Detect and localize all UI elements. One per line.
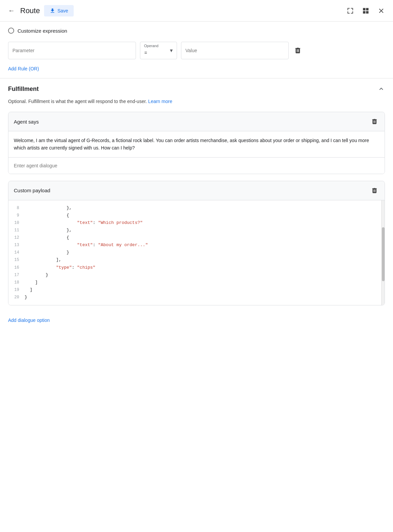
code-block: 8 },9 {10 "text": "Which products?"11 },… bbox=[8, 200, 385, 305]
line-number: 14 bbox=[8, 249, 25, 256]
code-line: 20} bbox=[8, 294, 385, 301]
add-dialogue-link[interactable]: Add dialogue option bbox=[8, 318, 50, 323]
delete-payload-button[interactable] bbox=[370, 186, 379, 195]
line-content: ] bbox=[25, 279, 38, 286]
agent-says-body: Welcome, I am the virtual agent of G-Rec… bbox=[8, 131, 385, 158]
fulfillment-section: Fulfillment Optional. Fulfillment is wha… bbox=[0, 78, 393, 328]
header-left: ← Route Save bbox=[7, 5, 345, 16]
rule-row: Operand = != < > ▼ bbox=[0, 39, 393, 65]
customize-radio[interactable] bbox=[8, 28, 14, 34]
line-number: 8 bbox=[8, 205, 25, 211]
code-line: 9 { bbox=[8, 212, 385, 219]
line-number: 18 bbox=[8, 279, 25, 286]
scrollbar-thumb[interactable] bbox=[382, 227, 385, 281]
line-number: 10 bbox=[8, 220, 25, 226]
value-input[interactable] bbox=[181, 42, 289, 59]
line-content: "type": "chips" bbox=[25, 264, 96, 271]
line-content: "text": "Which products?" bbox=[25, 219, 143, 227]
line-number: 11 bbox=[8, 227, 25, 234]
arrange-icon bbox=[362, 7, 369, 14]
back-button[interactable]: ← bbox=[7, 5, 16, 16]
main-content: Customize expression Operand = != < > ▼ … bbox=[0, 22, 393, 328]
line-number: 19 bbox=[8, 287, 25, 293]
close-icon bbox=[378, 7, 385, 14]
line-number: 9 bbox=[8, 212, 25, 219]
save-button[interactable]: Save bbox=[44, 5, 74, 16]
agent-says-card: Agent says Welcome, I am the virtual age… bbox=[8, 112, 385, 174]
code-line: 14 } bbox=[8, 249, 385, 256]
scrollbar-track bbox=[381, 200, 385, 305]
line-content: } bbox=[25, 271, 48, 279]
fullscreen-icon bbox=[347, 7, 354, 14]
line-content: }, bbox=[25, 204, 72, 212]
line-content: { bbox=[25, 234, 69, 241]
line-number: 20 bbox=[8, 294, 25, 301]
code-line: 15 ], bbox=[8, 256, 385, 264]
back-arrow-icon: ← bbox=[8, 7, 15, 14]
code-red: "type" bbox=[56, 265, 72, 270]
payload-trash-icon bbox=[371, 187, 378, 194]
code-red: "text" bbox=[77, 220, 93, 225]
code-line: 10 "text": "Which products?" bbox=[8, 219, 385, 227]
fulfillment-description: Optional. Fulfillment is what the agent … bbox=[0, 98, 393, 112]
custom-payload-title: Custom payload bbox=[14, 188, 50, 193]
line-content: } bbox=[25, 294, 27, 301]
line-content: } bbox=[25, 249, 69, 256]
code-red-value: "chips" bbox=[77, 265, 96, 270]
code-line: 8 }, bbox=[8, 204, 385, 212]
agent-says-trash-icon bbox=[371, 118, 378, 125]
add-rule-section: Add Rule (OR) bbox=[0, 65, 393, 78]
code-line: 17 } bbox=[8, 271, 385, 279]
save-icon bbox=[49, 8, 56, 14]
line-number: 13 bbox=[8, 242, 25, 248]
learn-more-link[interactable]: Learn more bbox=[148, 99, 172, 104]
line-number: 17 bbox=[8, 272, 25, 278]
customize-expression-row: Customize expression bbox=[0, 22, 393, 39]
line-content: "text": "About my order..." bbox=[25, 241, 148, 249]
code-red-value: "About my order..." bbox=[98, 242, 148, 247]
custom-payload-header: Custom payload bbox=[8, 181, 385, 200]
parameter-input[interactable] bbox=[8, 42, 136, 59]
fullscreen-button[interactable] bbox=[345, 6, 355, 16]
customize-expression-label: Customize expression bbox=[17, 28, 67, 34]
save-label: Save bbox=[58, 8, 68, 13]
add-rule-link[interactable]: Add Rule (OR) bbox=[8, 66, 39, 71]
operand-wrapper: Operand = != < > ▼ bbox=[140, 42, 177, 59]
line-content: }, bbox=[25, 227, 72, 234]
code-line: 16 "type": "chips" bbox=[8, 264, 385, 271]
code-line: 19 ] bbox=[8, 286, 385, 294]
line-content: ] bbox=[25, 286, 32, 294]
chevron-up-icon bbox=[378, 85, 385, 93]
code-line: 13 "text": "About my order..." bbox=[8, 241, 385, 249]
fulfillment-header: Fulfillment bbox=[0, 78, 393, 98]
line-number: 12 bbox=[8, 234, 25, 241]
code-line: 12 { bbox=[8, 234, 385, 241]
arrange-button[interactable] bbox=[361, 6, 371, 16]
line-number: 15 bbox=[8, 257, 25, 263]
agent-says-title: Agent says bbox=[14, 119, 39, 125]
agent-says-header: Agent says bbox=[8, 112, 385, 131]
line-number: 16 bbox=[8, 264, 25, 271]
add-dialogue-section: Add dialogue option bbox=[0, 312, 393, 328]
close-button[interactable] bbox=[376, 6, 386, 16]
collapse-fulfillment-button[interactable] bbox=[378, 85, 385, 93]
code-line: 11 }, bbox=[8, 227, 385, 234]
code-red-value: "Which products?" bbox=[98, 220, 143, 225]
delete-rule-button[interactable] bbox=[293, 45, 303, 56]
line-content: { bbox=[25, 212, 69, 219]
agent-says-text: Welcome, I am the virtual agent of G-Rec… bbox=[14, 138, 369, 151]
delete-agent-says-button[interactable] bbox=[370, 117, 379, 126]
header: ← Route Save bbox=[0, 0, 393, 22]
code-block-wrapper: 8 },9 {10 "text": "Which products?"11 },… bbox=[8, 200, 385, 305]
trash-icon bbox=[294, 47, 301, 54]
page-title: Route bbox=[20, 6, 40, 15]
header-right bbox=[345, 6, 386, 16]
custom-payload-card: Custom payload 8 },9 {10 "text": "Which … bbox=[8, 181, 385, 305]
agent-dialogue-input[interactable] bbox=[8, 158, 385, 174]
code-line: 18 ] bbox=[8, 279, 385, 286]
line-content: ], bbox=[25, 256, 61, 264]
operand-label: Operand bbox=[144, 44, 158, 48]
code-red: "text" bbox=[77, 242, 93, 247]
fulfillment-title: Fulfillment bbox=[8, 86, 39, 93]
